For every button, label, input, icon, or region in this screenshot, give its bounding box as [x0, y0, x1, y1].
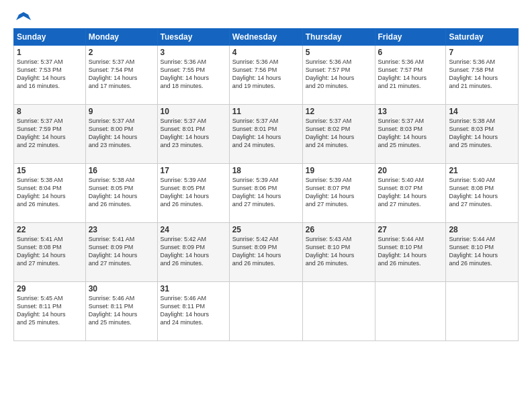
day-info: Sunrise: 5:42 AM Sunset: 8:09 PM Dayligh… [161, 235, 226, 268]
weekday-header-wednesday: Wednesday [229, 29, 302, 46]
weekday-header-thursday: Thursday [302, 29, 375, 46]
day-info: Sunrise: 5:44 AM Sunset: 8:10 PM Dayligh… [378, 235, 443, 268]
day-number: 23 [89, 225, 154, 234]
day-info: Sunrise: 5:41 AM Sunset: 8:09 PM Dayligh… [89, 235, 154, 268]
logo-bird-icon [16, 11, 31, 23]
calendar-day-cell: 26Sunrise: 5:43 AM Sunset: 8:10 PM Dayli… [302, 223, 375, 282]
calendar-day-cell: 6Sunrise: 5:36 AM Sunset: 7:57 PM Daylig… [375, 46, 446, 105]
logo [13, 11, 31, 23]
day-number: 24 [161, 225, 226, 234]
calendar-day-cell: 29Sunrise: 5:45 AM Sunset: 8:11 PM Dayli… [14, 282, 86, 341]
calendar-day-cell: 3Sunrise: 5:36 AM Sunset: 7:55 PM Daylig… [157, 46, 229, 105]
day-info: Sunrise: 5:42 AM Sunset: 8:09 PM Dayligh… [232, 235, 300, 268]
day-number: 12 [306, 107, 372, 116]
day-number: 29 [17, 284, 83, 293]
day-number: 17 [161, 166, 226, 175]
calendar-day-cell: 27Sunrise: 5:44 AM Sunset: 8:10 PM Dayli… [375, 223, 446, 282]
day-info: Sunrise: 5:39 AM Sunset: 8:06 PM Dayligh… [232, 176, 300, 209]
calendar-day-cell: 14Sunrise: 5:38 AM Sunset: 8:03 PM Dayli… [446, 105, 519, 164]
day-info: Sunrise: 5:43 AM Sunset: 8:10 PM Dayligh… [306, 235, 372, 268]
calendar-week-row: 15Sunrise: 5:38 AM Sunset: 8:04 PM Dayli… [14, 164, 519, 223]
calendar-day-cell: 5Sunrise: 5:36 AM Sunset: 7:57 PM Daylig… [302, 46, 375, 105]
day-info: Sunrise: 5:37 AM Sunset: 7:59 PM Dayligh… [17, 117, 83, 150]
day-info: Sunrise: 5:38 AM Sunset: 8:05 PM Dayligh… [89, 176, 154, 209]
day-number: 25 [232, 225, 300, 234]
day-info: Sunrise: 5:37 AM Sunset: 8:01 PM Dayligh… [161, 117, 226, 150]
empty-day-cell [446, 282, 519, 341]
empty-day-cell [375, 282, 446, 341]
calendar-day-cell: 4Sunrise: 5:36 AM Sunset: 7:56 PM Daylig… [229, 46, 302, 105]
svg-marker-0 [16, 12, 31, 20]
calendar-day-cell: 16Sunrise: 5:38 AM Sunset: 8:05 PM Dayli… [85, 164, 157, 223]
calendar-day-cell: 8Sunrise: 5:37 AM Sunset: 7:59 PM Daylig… [14, 105, 86, 164]
header [13, 11, 519, 23]
day-number: 18 [232, 166, 300, 175]
day-number: 21 [449, 166, 515, 175]
day-number: 4 [232, 48, 300, 57]
day-info: Sunrise: 5:39 AM Sunset: 8:07 PM Dayligh… [306, 176, 372, 209]
day-info: Sunrise: 5:36 AM Sunset: 7:57 PM Dayligh… [306, 58, 372, 91]
day-number: 30 [89, 284, 154, 293]
calendar-day-cell: 24Sunrise: 5:42 AM Sunset: 8:09 PM Dayli… [157, 223, 229, 282]
day-info: Sunrise: 5:38 AM Sunset: 8:03 PM Dayligh… [449, 117, 515, 150]
day-info: Sunrise: 5:36 AM Sunset: 7:58 PM Dayligh… [449, 58, 515, 91]
calendar-day-cell: 13Sunrise: 5:37 AM Sunset: 8:03 PM Dayli… [375, 105, 446, 164]
calendar-day-cell: 20Sunrise: 5:40 AM Sunset: 8:07 PM Dayli… [375, 164, 446, 223]
calendar-day-cell: 30Sunrise: 5:46 AM Sunset: 8:11 PM Dayli… [85, 282, 157, 341]
day-number: 22 [17, 225, 83, 234]
day-info: Sunrise: 5:37 AM Sunset: 7:54 PM Dayligh… [89, 58, 154, 91]
calendar-table: SundayMondayTuesdayWednesdayThursdayFrid… [13, 28, 519, 341]
calendar-day-cell: 19Sunrise: 5:39 AM Sunset: 8:07 PM Dayli… [302, 164, 375, 223]
day-number: 31 [161, 284, 226, 293]
day-number: 27 [378, 225, 443, 234]
day-info: Sunrise: 5:36 AM Sunset: 7:57 PM Dayligh… [378, 58, 443, 91]
day-number: 20 [378, 166, 443, 175]
calendar-day-cell: 25Sunrise: 5:42 AM Sunset: 8:09 PM Dayli… [229, 223, 302, 282]
calendar-day-cell: 9Sunrise: 5:37 AM Sunset: 8:00 PM Daylig… [85, 105, 157, 164]
day-info: Sunrise: 5:40 AM Sunset: 8:08 PM Dayligh… [449, 176, 515, 209]
calendar-day-cell: 17Sunrise: 5:39 AM Sunset: 8:05 PM Dayli… [157, 164, 229, 223]
day-number: 11 [232, 107, 300, 116]
calendar-day-cell: 1Sunrise: 5:37 AM Sunset: 7:53 PM Daylig… [14, 46, 86, 105]
weekday-header-row: SundayMondayTuesdayWednesdayThursdayFrid… [14, 29, 519, 46]
weekday-header-saturday: Saturday [446, 29, 519, 46]
day-number: 1 [17, 48, 83, 57]
calendar-day-cell: 7Sunrise: 5:36 AM Sunset: 7:58 PM Daylig… [446, 46, 519, 105]
day-info: Sunrise: 5:41 AM Sunset: 8:08 PM Dayligh… [17, 235, 83, 268]
weekday-header-monday: Monday [85, 29, 157, 46]
day-number: 19 [306, 166, 372, 175]
day-number: 15 [17, 166, 83, 175]
calendar-day-cell: 15Sunrise: 5:38 AM Sunset: 8:04 PM Dayli… [14, 164, 86, 223]
day-number: 13 [378, 107, 443, 116]
page: SundayMondayTuesdayWednesdayThursdayFrid… [0, 0, 532, 411]
day-info: Sunrise: 5:36 AM Sunset: 7:56 PM Dayligh… [232, 58, 300, 91]
day-number: 10 [161, 107, 226, 116]
calendar-day-cell: 10Sunrise: 5:37 AM Sunset: 8:01 PM Dayli… [157, 105, 229, 164]
calendar-day-cell: 12Sunrise: 5:37 AM Sunset: 8:02 PM Dayli… [302, 105, 375, 164]
day-info: Sunrise: 5:37 AM Sunset: 7:53 PM Dayligh… [17, 58, 83, 91]
day-info: Sunrise: 5:37 AM Sunset: 8:01 PM Dayligh… [232, 117, 300, 150]
day-info: Sunrise: 5:40 AM Sunset: 8:07 PM Dayligh… [378, 176, 443, 209]
weekday-header-sunday: Sunday [14, 29, 86, 46]
day-number: 6 [378, 48, 443, 57]
day-info: Sunrise: 5:38 AM Sunset: 8:04 PM Dayligh… [17, 176, 83, 209]
calendar-day-cell: 11Sunrise: 5:37 AM Sunset: 8:01 PM Dayli… [229, 105, 302, 164]
day-number: 7 [449, 48, 515, 57]
day-number: 3 [161, 48, 226, 57]
day-info: Sunrise: 5:39 AM Sunset: 8:05 PM Dayligh… [161, 176, 226, 209]
day-number: 26 [306, 225, 372, 234]
day-info: Sunrise: 5:37 AM Sunset: 8:02 PM Dayligh… [306, 117, 372, 150]
day-number: 8 [17, 107, 83, 116]
weekday-header-tuesday: Tuesday [157, 29, 229, 46]
day-number: 2 [89, 48, 154, 57]
day-number: 28 [449, 225, 515, 234]
calendar-day-cell: 28Sunrise: 5:44 AM Sunset: 8:10 PM Dayli… [446, 223, 519, 282]
day-number: 16 [89, 166, 154, 175]
calendar-day-cell: 22Sunrise: 5:41 AM Sunset: 8:08 PM Dayli… [14, 223, 86, 282]
calendar-week-row: 22Sunrise: 5:41 AM Sunset: 8:08 PM Dayli… [14, 223, 519, 282]
empty-day-cell [229, 282, 302, 341]
day-number: 5 [306, 48, 372, 57]
day-info: Sunrise: 5:37 AM Sunset: 8:00 PM Dayligh… [89, 117, 154, 150]
calendar-day-cell: 18Sunrise: 5:39 AM Sunset: 8:06 PM Dayli… [229, 164, 302, 223]
calendar-week-row: 1Sunrise: 5:37 AM Sunset: 7:53 PM Daylig… [14, 46, 519, 105]
